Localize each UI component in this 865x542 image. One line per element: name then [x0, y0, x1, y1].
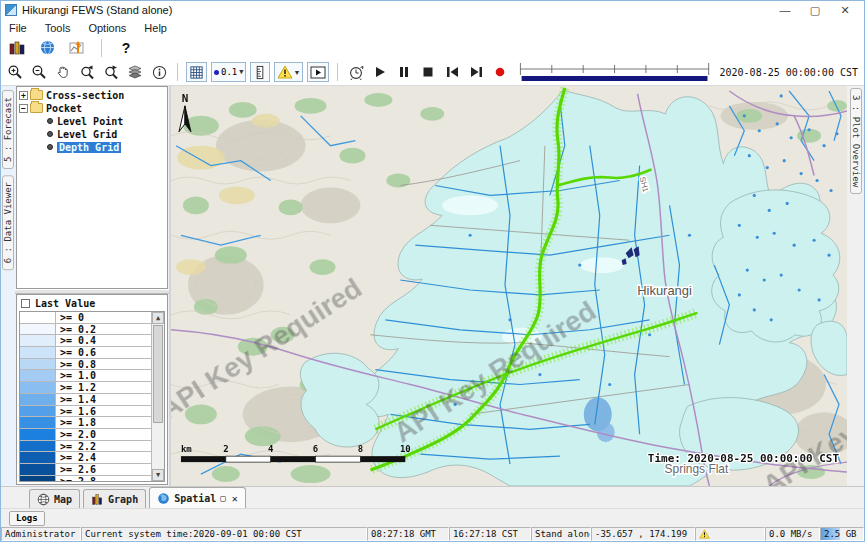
zoom-previous-icon[interactable]: [77, 62, 97, 82]
maximize-tab-icon[interactable]: ▢: [220, 493, 225, 503]
expand-icon[interactable]: +: [19, 91, 28, 100]
status-mode: Stand alone: [531, 527, 591, 541]
threshold-dot-icon: [214, 70, 219, 75]
legend-row[interactable]: >= 2.0: [20, 429, 151, 441]
timer-settings-icon[interactable]: [346, 62, 366, 82]
last-value-checkbox[interactable]: [21, 299, 30, 308]
tab-spatial[interactable]: Spatial ▢ ✕: [149, 487, 246, 508]
folder-icon: [30, 103, 43, 113]
legend-row[interactable]: >= 0.4: [20, 335, 151, 347]
animation-window-button[interactable]: [307, 62, 329, 82]
folder-icon: [30, 90, 43, 100]
collapse-icon[interactable]: −: [19, 104, 28, 113]
left-tab-strip: 5 : Forecast 6 : Data Viewer: [1, 86, 15, 486]
play-button[interactable]: [370, 62, 390, 82]
threshold-dropdown[interactable]: 0.1▼: [211, 62, 246, 82]
info-icon[interactable]: [149, 62, 169, 82]
tab-forecast[interactable]: 5 : Forecast: [2, 90, 14, 169]
legend-label: >= 2.4: [56, 452, 96, 463]
legend-scrollbar[interactable]: ▲ ▼: [151, 312, 164, 481]
svg-text:6: 6: [313, 444, 318, 454]
status-system-time: Current system time:2020-09-01 00:00 CST: [81, 527, 367, 541]
timeseries-icon[interactable]: [67, 38, 87, 58]
maximize-button[interactable]: ▢: [800, 4, 830, 17]
minimize-button[interactable]: —: [770, 4, 800, 16]
deep-water-patch: [597, 422, 615, 442]
tab-graph[interactable]: Graph: [83, 489, 146, 508]
legend-panel: Last Value >= 0>= 0.2>= 0.4>= 0.6>= 0.8>…: [16, 294, 168, 485]
legend-row[interactable]: >= 2.6: [20, 464, 151, 476]
close-tab-icon[interactable]: ✕: [232, 493, 238, 504]
stop-button[interactable]: [418, 62, 438, 82]
legend-swatch: [20, 324, 56, 335]
legend-row[interactable]: >= 0: [20, 312, 151, 324]
legend-row[interactable]: >= 1.4: [20, 394, 151, 406]
tree-node-level-point[interactable]: Level Point: [45, 115, 167, 127]
legend-row[interactable]: >= 1.0: [20, 370, 151, 382]
record-button[interactable]: [490, 62, 510, 82]
current-time-label: 2020-08-25 00:00:00 CST: [720, 67, 860, 78]
close-button[interactable]: ✕: [830, 4, 860, 17]
legend-row[interactable]: >= 2.8: [20, 476, 151, 482]
menu-tools[interactable]: Tools: [45, 22, 71, 34]
help-button[interactable]: ?: [116, 38, 136, 58]
toolbar-separator: [101, 39, 102, 57]
legend-row[interactable]: >= 1.8: [20, 417, 151, 429]
zoom-in-icon[interactable]: [5, 62, 25, 82]
zoom-out-icon[interactable]: [29, 62, 49, 82]
legend-row[interactable]: >= 0.8: [20, 359, 151, 371]
time-slider[interactable]: [518, 61, 711, 83]
pan-hand-icon[interactable]: [53, 62, 73, 82]
svg-text:N: N: [182, 92, 189, 105]
tree-node-depth-grid[interactable]: Depth Grid: [45, 141, 167, 153]
legend-row[interactable]: >= 0.6: [20, 347, 151, 359]
explorer-icon[interactable]: [7, 38, 27, 58]
menu-file[interactable]: File: [9, 22, 27, 34]
legend-label: >= 2.6: [56, 464, 96, 475]
spatial-map[interactable]: API Key Required API Key Required API Ke…: [171, 86, 847, 486]
layers-icon[interactable]: [125, 62, 145, 82]
tree-node-cross-section[interactable]: + Cross-section: [19, 89, 167, 101]
pause-button[interactable]: [394, 62, 414, 82]
menu-help[interactable]: Help: [144, 22, 167, 34]
scroll-up-icon[interactable]: ▲: [152, 312, 164, 324]
tab-graph-label: Graph: [108, 494, 138, 505]
legend-label: >= 1.2: [56, 382, 96, 393]
map-toolbar: 0.1▼ ▼ 2020-08-25 00:00:00 CST: [1, 59, 864, 86]
legend-row[interactable]: >= 1.6: [20, 406, 151, 418]
scroll-thumb[interactable]: [153, 325, 163, 423]
step-forward-button[interactable]: [466, 62, 486, 82]
scale-ruler-button[interactable]: [250, 62, 270, 82]
tree-node-pocket[interactable]: − Pocket: [19, 102, 167, 114]
map-time-label: Time: 2020-08-25 00:00:00 CST: [648, 452, 840, 465]
svg-text:10: 10: [400, 444, 411, 454]
status-user: Administrator: [1, 527, 81, 541]
legend-row[interactable]: >= 1.2: [20, 382, 151, 394]
warning-threshold-dropdown[interactable]: ▼: [274, 62, 303, 82]
status-memory: 2.5 GB: [820, 527, 864, 541]
title-bar: Hikurangi FEWS (Stand alone) — ▢ ✕: [1, 1, 864, 19]
legend-row[interactable]: >= 2.4: [20, 452, 151, 464]
zoom-next-icon[interactable]: [101, 62, 121, 82]
tab-plot-overview[interactable]: 3 : Plot Overview: [850, 88, 862, 194]
legend-swatch: [20, 394, 56, 405]
legend-swatch: [20, 429, 56, 440]
tree-node-level-grid[interactable]: Level Grid: [45, 128, 167, 140]
status-warning[interactable]: [695, 527, 765, 541]
tab-map[interactable]: Map: [29, 489, 80, 508]
legend-label: >= 0.2: [56, 324, 96, 335]
grid-display-button[interactable]: [186, 62, 207, 82]
menu-options[interactable]: Options: [88, 22, 126, 34]
step-back-button[interactable]: [442, 62, 462, 82]
legend-label: >= 1.8: [56, 417, 96, 428]
tab-data-viewer[interactable]: 6 : Data Viewer: [2, 175, 14, 270]
legend-label: >= 0: [56, 312, 84, 323]
legend-row[interactable]: >= 0.2: [20, 324, 151, 336]
legend-swatch: [20, 335, 56, 346]
scroll-down-icon[interactable]: ▼: [152, 469, 164, 481]
logs-button[interactable]: Logs: [9, 511, 45, 526]
legend-row[interactable]: >= 2.2: [20, 441, 151, 453]
map-globe-icon[interactable]: [37, 38, 57, 58]
tree-label: Cross-section: [46, 90, 124, 101]
legend-label: >= 1.0: [56, 370, 96, 381]
